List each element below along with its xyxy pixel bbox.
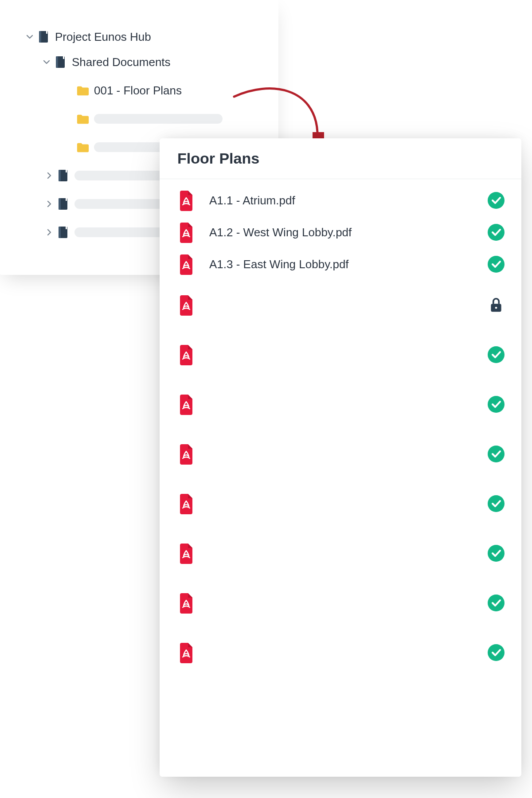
file-row[interactable]	[160, 479, 521, 528]
pdf-icon	[177, 254, 195, 275]
book-icon	[54, 55, 67, 69]
file-row[interactable]	[160, 330, 521, 379]
book-icon	[57, 226, 70, 239]
tree-node-folder-placeholder[interactable]	[0, 105, 278, 133]
tree-node-label: 001 - Floor Plans	[94, 84, 182, 98]
file-row[interactable]	[160, 528, 521, 578]
tree-node-label: Shared Documents	[72, 55, 171, 69]
file-name: A1.1 - Atrium.pdf	[209, 194, 477, 207]
tree-node-label: Project Eunos Hub	[55, 30, 151, 44]
chevron-right-icon[interactable]	[44, 227, 54, 237]
pdf-icon	[177, 592, 195, 614]
check-badge-icon	[488, 346, 505, 363]
folder-icon	[76, 84, 90, 97]
check-badge-icon	[488, 545, 505, 562]
book-icon	[37, 30, 51, 43]
tree-node-shared-documents[interactable]: Shared Documents	[0, 48, 278, 76]
check-badge-icon	[488, 595, 505, 611]
file-row[interactable]	[160, 280, 521, 330]
chevron-right-icon[interactable]	[44, 171, 54, 180]
chevron-down-icon[interactable]	[25, 32, 35, 42]
file-row[interactable]	[160, 628, 521, 677]
tree-node-folder-floor-plans[interactable]: 001 - Floor Plans	[0, 76, 278, 105]
book-icon	[57, 169, 70, 182]
lock-icon	[488, 297, 505, 313]
folder-icon	[76, 141, 90, 154]
file-row[interactable]	[160, 379, 521, 429]
check-badge-icon	[488, 644, 505, 661]
placeholder-bar	[94, 114, 223, 124]
file-row[interactable]	[160, 429, 521, 479]
pdf-icon	[177, 190, 195, 211]
file-name: A1.3 - East Wing Lobby.pdf	[209, 258, 477, 271]
chevron-right-icon[interactable]	[44, 199, 54, 209]
check-badge-icon	[488, 256, 505, 273]
pdf-icon	[177, 443, 195, 465]
tree-node-project-root[interactable]: Project Eunos Hub	[0, 26, 278, 48]
check-badge-icon	[488, 224, 505, 241]
check-badge-icon	[488, 396, 505, 413]
panel-title: Floor Plans	[160, 138, 521, 179]
check-badge-icon	[488, 446, 505, 462]
pdf-icon	[177, 642, 195, 663]
file-row[interactable]: A1.3 - East Wing Lobby.pdf	[160, 248, 521, 280]
folder-icon	[76, 112, 90, 125]
pdf-icon	[177, 543, 195, 564]
file-list: A1.1 - Atrium.pdfA1.2 - West Wing Lobby.…	[160, 179, 521, 683]
pdf-icon	[177, 294, 195, 316]
pdf-icon	[177, 344, 195, 365]
book-icon	[57, 197, 70, 211]
check-badge-icon	[488, 192, 505, 209]
file-row[interactable]: A1.1 - Atrium.pdf	[160, 184, 521, 216]
file-row[interactable]	[160, 578, 521, 628]
pdf-icon	[177, 493, 195, 514]
pdf-icon	[177, 222, 195, 243]
check-badge-icon	[488, 495, 505, 512]
file-row[interactable]: A1.2 - West Wing Lobby.pdf	[160, 216, 521, 248]
pdf-icon	[177, 394, 195, 415]
file-list-panel: Floor Plans A1.1 - Atrium.pdfA1.2 - West…	[160, 138, 521, 777]
file-name: A1.2 - West Wing Lobby.pdf	[209, 226, 477, 239]
chevron-down-icon[interactable]	[42, 57, 51, 67]
